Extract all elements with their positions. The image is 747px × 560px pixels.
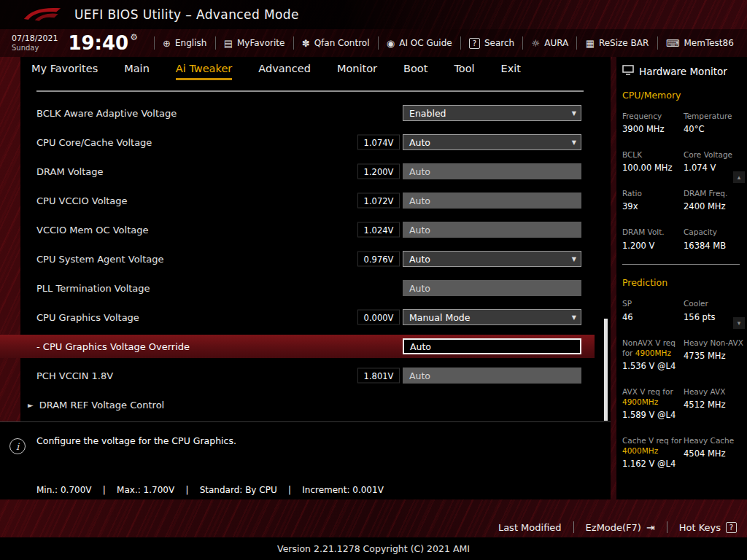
cpu-core-voltage-dropdown[interactable]: Auto ▼ <box>403 134 581 150</box>
toolbar-english[interactable]: ⊕ English <box>163 38 206 49</box>
setting-label: BCLK Aware Adaptive Voltage <box>0 108 177 119</box>
tab-advanced[interactable]: Advanced <box>258 57 311 80</box>
toolbar-search[interactable]: ? Search <box>469 38 514 49</box>
stat-capacity: Capacity 16384 MB <box>684 227 744 251</box>
voltage-badge: 1.200V <box>357 164 400 179</box>
toolbar-ai-oc-label: AI OC Guide <box>399 38 452 48</box>
setting-row-dram-voltage[interactable]: DRAM Voltage 1.200V Auto <box>0 157 611 186</box>
date-display: 07/18/2021 Sunday <box>12 34 58 52</box>
separator <box>154 36 155 50</box>
setting-label: CPU VCCIO Voltage <box>0 195 128 206</box>
hardware-monitor-header: Hardware Monitor <box>616 57 747 77</box>
ezmode-button[interactable]: EzMode(F7) ⇥ <box>586 521 655 533</box>
tab-tool[interactable]: Tool <box>454 57 474 80</box>
separator <box>215 36 216 50</box>
stat-heavy-avx: Heavy AVX 4512 MHz <box>684 386 744 421</box>
setting-row-pch-vccin[interactable]: PCH VCCIN 1.8V 1.801V Auto <box>0 361 611 390</box>
favorite-doc-icon: ▤ <box>224 38 233 49</box>
separator <box>573 521 574 533</box>
stat-dram-volt: DRAM Volt. 1.200 V <box>622 227 684 251</box>
voltage-badge: 1.072V <box>357 193 400 209</box>
tab-monitor[interactable]: Monitor <box>337 57 377 80</box>
setting-row-cpu-graphics-override[interactable]: - CPU Graphics Voltage Override Auto <box>0 335 595 358</box>
tab-boot[interactable]: Boot <box>403 57 427 80</box>
info-description: Configure the voltage for the CPU Graphi… <box>36 435 236 446</box>
cpu-graphics-override-input[interactable]: Auto <box>403 338 581 354</box>
header-bar: UEFI BIOS Utility – Advanced Mode <box>0 0 747 29</box>
cpu-graphics-voltage-dropdown[interactable]: Manual Mode ▼ <box>403 309 581 325</box>
toolbar-resize-bar-label: ReSize BAR <box>599 38 649 48</box>
toolbar-resize-bar[interactable]: ▦ ReSize BAR <box>586 38 649 49</box>
prediction-stats: SP 46 Cooler 156 pts NonAVX V req for 49… <box>616 298 747 470</box>
setting-row-cpu-vccio-voltage[interactable]: CPU VCCIO Voltage 1.072V Auto <box>0 186 611 215</box>
info-panel: i Configure the voltage for the CPU Grap… <box>0 421 611 499</box>
chevron-down-icon: ▼ <box>572 110 576 117</box>
stat-frequency: Frequency 3900 MHz <box>622 111 684 135</box>
field-value: Auto <box>409 195 430 206</box>
toolbar-qfan-control[interactable]: ✽ Qfan Control <box>302 38 370 49</box>
question-icon: ? <box>726 522 737 533</box>
field-value: Auto <box>409 370 430 381</box>
setting-label: DRAM Voltage <box>0 166 104 177</box>
separator <box>657 36 658 50</box>
prediction-heading: Prediction <box>622 277 741 288</box>
toolbar-aura[interactable]: ☼ AURA <box>532 38 569 49</box>
setting-row-cpu-system-agent[interactable]: CPU System Agent Voltage 0.976V Auto ▼ <box>0 244 611 273</box>
tab-main[interactable]: Main <box>124 57 150 80</box>
time-settings-gear-icon[interactable]: ⚙ <box>130 32 138 42</box>
dram-voltage-field: Auto <box>403 163 581 179</box>
separator <box>667 521 667 533</box>
dropdown-value: Enabled <box>409 108 446 119</box>
aura-icon: ☼ <box>532 38 541 49</box>
oc-guide-icon: ◉ <box>387 38 395 49</box>
group-arrow-icon: ► <box>0 401 34 409</box>
setting-label: DRAM REF Voltage Control <box>34 400 165 411</box>
setting-label: PCH VCCIN 1.8V <box>0 370 113 381</box>
toolbar-ai-oc-guide[interactable]: ◉ AI OC Guide <box>387 38 452 49</box>
info-limits: Min.: 0.700V | Max.: 1.700V | Standard: … <box>36 485 384 495</box>
bclk-aware-dropdown[interactable]: Enabled ▼ <box>403 105 581 121</box>
setting-row-pll-termination[interactable]: PLL Termination Voltage Auto <box>0 273 611 303</box>
toolbar-myfavorite[interactable]: ▤ MyFavorite <box>224 38 285 49</box>
setting-row-cpu-graphics-voltage[interactable]: CPU Graphics Voltage 0.000V Manual Mode … <box>0 303 611 332</box>
setting-row-cpu-core-voltage[interactable]: CPU Core/Cache Voltage 1.074V Auto ▼ <box>0 128 611 157</box>
setting-label: CPU Core/Cache Voltage <box>0 137 152 148</box>
tab-ai-tweaker[interactable]: Ai Tweaker <box>176 57 232 80</box>
stat-dram-freq: DRAM Freq. 2400 MHz <box>684 188 744 212</box>
separator <box>522 36 523 50</box>
settings-scrollbar[interactable] <box>604 319 608 421</box>
search-icon: ? <box>469 38 480 49</box>
app-title: UEFI BIOS Utility – Advanced Mode <box>74 7 299 22</box>
separator <box>622 264 740 265</box>
keyboard-icon: ⌨ <box>666 38 680 49</box>
cpu-system-agent-dropdown[interactable]: Auto ▼ <box>403 251 581 267</box>
tab-exit[interactable]: Exit <box>501 57 521 80</box>
setting-label: - CPU Graphics Voltage Override <box>0 341 190 352</box>
tab-my-favorites[interactable]: My Favorites <box>31 57 98 80</box>
sidebar-scroll-down-icon[interactable]: ▾ <box>733 317 745 329</box>
resize-bar-icon: ▦ <box>586 38 595 49</box>
toolbar-qfan-label: Qfan Control <box>314 38 370 48</box>
stat-temperature: Temperature 40°C <box>684 111 744 135</box>
stat-bclk: BCLK 100.00 MHz <box>622 149 684 174</box>
stat-heavy-nonavx: Heavy Non-AVX 4735 MHz <box>684 338 744 372</box>
settings-panel: BCLK Aware Adaptive Voltage Enabled ▼ CP… <box>20 80 611 421</box>
stat-ratio: Ratio 39x <box>622 188 684 212</box>
hot-keys-button[interactable]: Hot Keys ? <box>679 522 737 533</box>
hardware-monitor-title: Hardware Monitor <box>639 66 727 77</box>
stat-core-voltage: Core Voltage 1.074 V <box>684 149 744 174</box>
setting-label: CPU Graphics Voltage <box>0 312 139 323</box>
sidebar-scroll-up-icon[interactable]: ▴ <box>733 171 745 183</box>
setting-row-dram-ref-group[interactable]: ► DRAM REF Voltage Control <box>0 390 611 419</box>
separator <box>36 90 584 92</box>
stat-avx-vreq: AVX V req for 4900MHz 1.589 V @L4 <box>622 386 684 421</box>
setting-row-vccio-mem-oc[interactable]: VCCIO Mem OC Voltage 1.024V Auto <box>0 215 611 244</box>
toolbar: 07/18/2021 Sunday 19:40 ⚙ ⊕ English ▤ My… <box>0 29 747 57</box>
day-text: Sunday <box>12 44 58 52</box>
chevron-down-icon: ▼ <box>572 314 576 321</box>
last-modified-button[interactable]: Last Modified <box>498 522 562 533</box>
setting-row-bclk-aware[interactable]: BCLK Aware Adaptive Voltage Enabled ▼ <box>0 98 611 128</box>
setting-label: CPU System Agent Voltage <box>0 254 164 265</box>
toolbar-memtest86[interactable]: ⌨ MemTest86 <box>666 38 734 49</box>
cpu-memory-stats: Frequency 3900 MHz Temperature 40°C BCLK… <box>616 111 747 251</box>
